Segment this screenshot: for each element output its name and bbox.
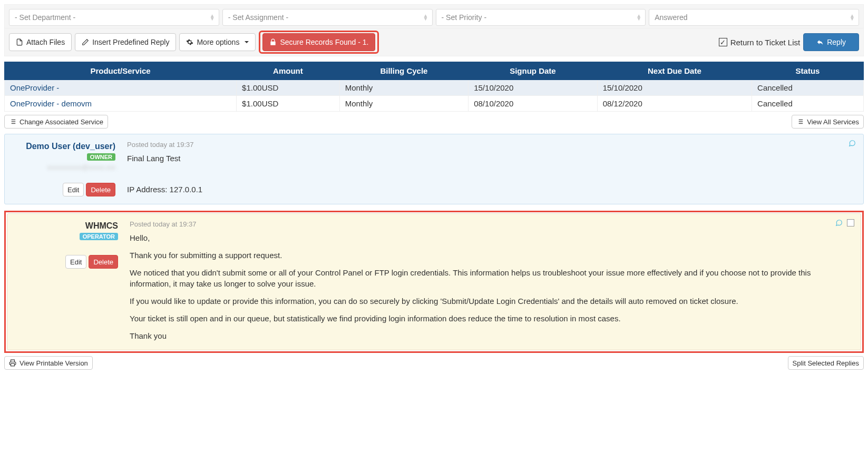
post-body: Posted today at 19:37 Final Lang Test IP… xyxy=(121,134,863,204)
cell-amount: $1.00USD xyxy=(237,96,340,112)
services-header-row: Product/Service Amount Billing Cycle Sig… xyxy=(5,62,864,80)
insert-predefined-reply-button[interactable]: Insert Predefined Reply xyxy=(75,33,176,51)
svg-rect-9 xyxy=(11,363,15,366)
th-cycle: Billing Cycle xyxy=(339,62,469,80)
view-all-label: View All Services xyxy=(807,118,859,126)
message-line: Thank you for submitting a support reque… xyxy=(130,250,852,261)
attach-files-label: Attach Files xyxy=(26,38,65,46)
gear-icon xyxy=(186,38,193,46)
lock-icon xyxy=(269,38,277,46)
printer-icon xyxy=(9,359,16,367)
post-sidebar: WHMCS OPERATOR Edit Delete xyxy=(7,214,123,350)
select-reply-checkbox[interactable] xyxy=(847,219,854,226)
post-ip-address: IP Address: 127.0.0.1 xyxy=(127,185,855,194)
services-table: Product/Service Amount Billing Cycle Sig… xyxy=(4,62,864,112)
list-icon xyxy=(796,118,804,125)
checkbox-checked-icon: ✓ xyxy=(719,38,727,46)
cell-due: 15/10/2020 xyxy=(597,80,752,96)
assignment-select[interactable]: - Set Assignment - xyxy=(222,9,433,26)
cell-cycle: Monthly xyxy=(339,96,469,112)
cell-status: Cancelled xyxy=(752,96,864,112)
th-status: Status xyxy=(752,62,864,80)
delete-post-button[interactable]: Delete xyxy=(86,183,115,196)
message-line: Your ticket is still open and in our que… xyxy=(130,313,852,324)
message-line: Final Lang Test xyxy=(127,153,855,164)
post-message: Hello, Thank you for submitting a suppor… xyxy=(130,232,852,341)
secure-records-label: Secure Records Found - 1. xyxy=(280,38,368,46)
post-timestamp: Posted today at 19:37 xyxy=(127,141,855,149)
return-to-list-label: Return to Ticket List xyxy=(730,38,801,47)
message-line: Hello, xyxy=(130,232,852,243)
cell-signup: 15/10/2020 xyxy=(469,80,598,96)
printable-label: View Printable Version xyxy=(19,359,88,367)
speech-bubble-icon xyxy=(834,219,844,226)
attach-files-button[interactable]: Attach Files xyxy=(9,33,72,51)
more-options-button[interactable]: More options xyxy=(179,33,256,51)
ticket-controls-row-1: - Set Department - ▲▼ - Set Assignment -… xyxy=(4,4,864,28)
ticket-post-operator: WHMCS OPERATOR Edit Delete Posted today … xyxy=(7,213,861,350)
message-line: Thank you xyxy=(130,330,852,341)
insert-predefined-label: Insert Predefined Reply xyxy=(92,38,169,46)
post-body: Posted today at 19:37 Hello, Thank you f… xyxy=(123,214,861,350)
th-due: Next Due Date xyxy=(597,62,752,80)
cell-product[interactable]: OneProvider - xyxy=(5,80,237,96)
department-select[interactable]: - Set Department - xyxy=(9,9,219,26)
blurred-email: xxxxxxxxxxx@xxxxx.xxx xyxy=(10,164,115,171)
split-replies-button[interactable]: Split Selected Replies xyxy=(788,356,864,370)
cell-status: Cancelled xyxy=(752,80,864,96)
secure-records-highlight: Secure Records Found - 1. xyxy=(259,31,379,54)
priority-select[interactable]: - Set Priority - xyxy=(436,9,646,26)
bottom-actions: View Printable Version Split Selected Re… xyxy=(4,356,864,370)
pencil-icon xyxy=(82,38,89,46)
th-product: Product/Service xyxy=(5,62,237,80)
th-signup: Signup Date xyxy=(469,62,598,80)
post-author[interactable]: Demo User (dev_user) xyxy=(10,142,115,151)
view-printable-button[interactable]: View Printable Version xyxy=(4,356,93,370)
operator-post-highlight: WHMCS OPERATOR Edit Delete Posted today … xyxy=(4,211,864,353)
message-line: If you would like to update or provide t… xyxy=(130,296,852,307)
operator-badge: OPERATOR xyxy=(80,233,118,240)
speech-bubble-icon xyxy=(847,140,857,147)
table-row[interactable]: OneProvider - $1.00USD Monthly 15/10/202… xyxy=(5,80,864,96)
cell-amount: $1.00USD xyxy=(237,80,340,96)
change-associated-service-button[interactable]: Change Associated Service xyxy=(4,115,108,129)
reply-arrow-icon xyxy=(816,38,824,46)
quote-button[interactable] xyxy=(834,219,854,226)
more-options-label: More options xyxy=(197,38,239,46)
message-line: We noticed that you didn't submit some o… xyxy=(130,267,852,289)
status-select[interactable]: Answered xyxy=(649,9,859,26)
quote-button[interactable] xyxy=(847,140,857,147)
owner-badge: OWNER xyxy=(87,153,115,161)
ticket-post-owner: Demo User (dev_user) OWNER xxxxxxxxxxx@x… xyxy=(4,134,864,204)
return-to-ticket-list-checkbox[interactable]: ✓ Return to Ticket List xyxy=(719,38,801,47)
reply-label: Reply xyxy=(827,38,846,46)
cell-signup: 08/10/2020 xyxy=(469,96,598,112)
post-timestamp: Posted today at 19:37 xyxy=(130,220,852,228)
edit-post-button[interactable]: Edit xyxy=(65,255,86,269)
edit-post-button[interactable]: Edit xyxy=(63,183,84,196)
table-row[interactable]: OneProvider - demovm $1.00USD Monthly 08… xyxy=(5,96,864,112)
change-assoc-label: Change Associated Service xyxy=(19,118,103,126)
view-all-services-button[interactable]: View All Services xyxy=(792,115,864,129)
cell-due: 08/12/2020 xyxy=(597,96,752,112)
list-icon xyxy=(9,118,16,125)
post-sidebar: Demo User (dev_user) OWNER xxxxxxxxxxx@x… xyxy=(5,134,121,204)
cell-cycle: Monthly xyxy=(339,80,469,96)
reply-button[interactable]: Reply xyxy=(803,33,859,51)
services-table-actions: Change Associated Service View All Servi… xyxy=(4,115,864,129)
post-author: WHMCS xyxy=(13,221,118,231)
post-message: Final Lang Test xyxy=(127,153,855,164)
file-icon xyxy=(16,38,23,46)
ticket-controls-row-2: Attach Files Insert Predefined Reply Mor… xyxy=(4,28,864,56)
th-amount: Amount xyxy=(237,62,340,80)
secure-records-button[interactable]: Secure Records Found - 1. xyxy=(262,33,375,51)
delete-post-button[interactable]: Delete xyxy=(89,255,118,269)
cell-product[interactable]: OneProvider - demovm xyxy=(5,96,237,112)
